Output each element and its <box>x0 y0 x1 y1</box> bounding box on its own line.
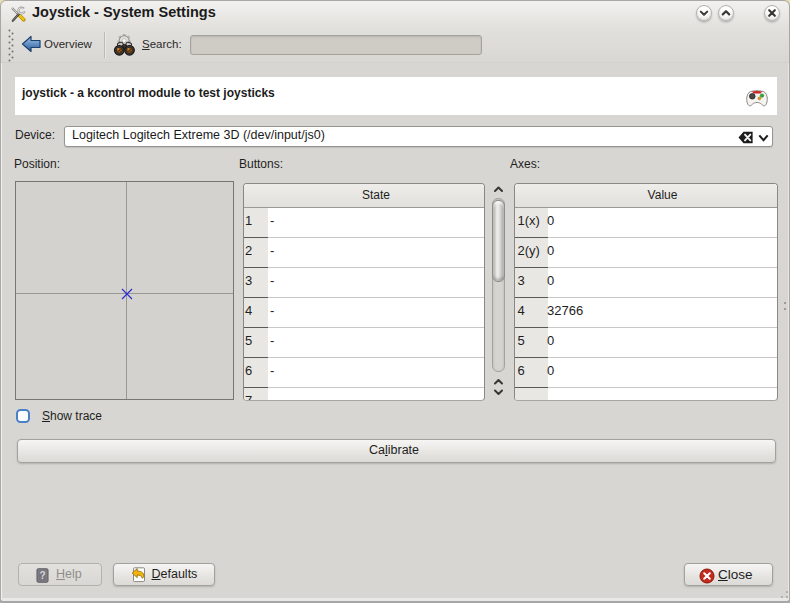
svg-text:?: ? <box>39 570 45 581</box>
